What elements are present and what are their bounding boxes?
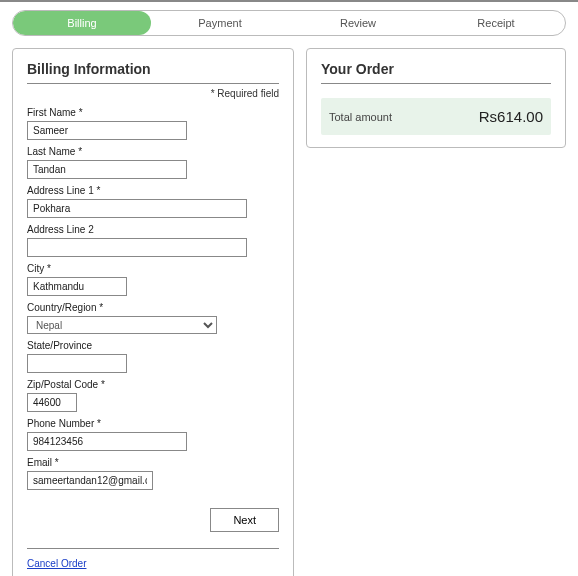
country-select[interactable]: Nepal <box>27 316 217 334</box>
phone-input[interactable] <box>27 432 187 451</box>
billing-title: Billing Information <box>27 61 279 77</box>
city-input[interactable] <box>27 277 127 296</box>
step-billing[interactable]: Billing <box>13 11 151 35</box>
address2-input[interactable] <box>27 238 247 257</box>
divider <box>27 83 279 84</box>
step-review[interactable]: Review <box>289 11 427 35</box>
city-label: City * <box>27 263 279 274</box>
order-total-label: Total amount <box>329 111 392 123</box>
email-input[interactable] <box>27 471 153 490</box>
last-name-label: Last Name * <box>27 146 279 157</box>
order-total-amount: Rs614.00 <box>479 108 543 125</box>
first-name-input[interactable] <box>27 121 187 140</box>
step-receipt[interactable]: Receipt <box>427 11 565 35</box>
divider <box>321 83 551 84</box>
state-label: State/Province <box>27 340 279 351</box>
step-payment[interactable]: Payment <box>151 11 289 35</box>
billing-panel: Billing Information * Required field Fir… <box>12 48 294 576</box>
divider <box>27 548 279 549</box>
state-input[interactable] <box>27 354 127 373</box>
zip-input[interactable] <box>27 393 77 412</box>
order-panel: Your Order Total amount Rs614.00 <box>306 48 566 148</box>
order-total-row: Total amount Rs614.00 <box>321 98 551 135</box>
order-title: Your Order <box>321 61 551 77</box>
first-name-label: First Name * <box>27 107 279 118</box>
next-button[interactable]: Next <box>210 508 279 532</box>
cancel-order-link[interactable]: Cancel Order <box>27 558 86 569</box>
zip-label: Zip/Postal Code * <box>27 379 279 390</box>
email-label: Email * <box>27 457 279 468</box>
phone-label: Phone Number * <box>27 418 279 429</box>
required-hint: * Required field <box>27 88 279 99</box>
address1-label: Address Line 1 * <box>27 185 279 196</box>
address2-label: Address Line 2 <box>27 224 279 235</box>
country-label: Country/Region * <box>27 302 279 313</box>
checkout-steps: Billing Payment Review Receipt <box>12 10 566 36</box>
address1-input[interactable] <box>27 199 247 218</box>
last-name-input[interactable] <box>27 160 187 179</box>
